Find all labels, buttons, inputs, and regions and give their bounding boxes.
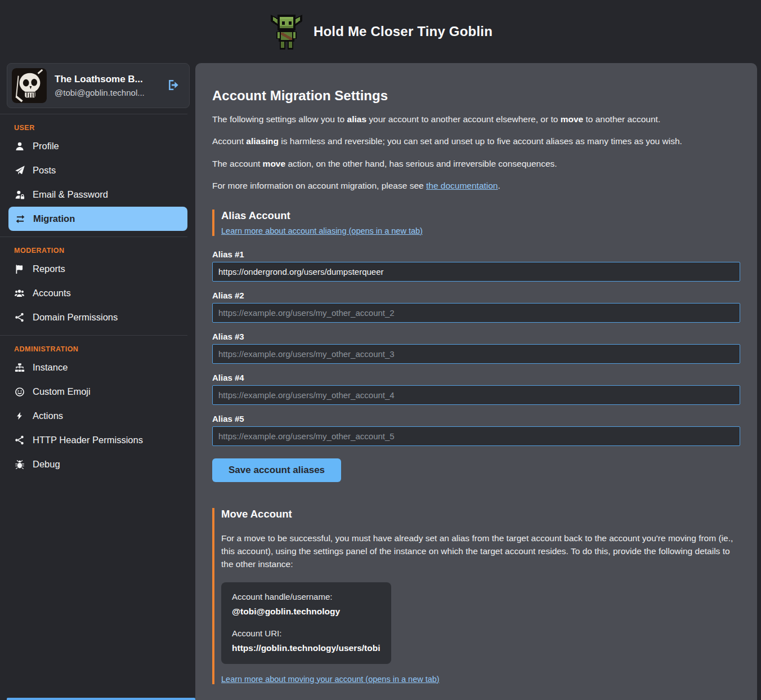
alias-section-title: Alias Account [221, 209, 740, 222]
move-account-section: Move Account For a move to be successful… [212, 508, 740, 684]
sidebar-item-label: Actions [33, 411, 63, 421]
sign-out-icon [167, 78, 180, 92]
sidebar-item-label: Migration [33, 213, 75, 224]
move-learn-more-link[interactable]: Learn more about moving your account (op… [221, 675, 440, 684]
avatar [12, 68, 47, 103]
account-handle-pair: Account handle/username: @tobi@goblin.te… [232, 592, 380, 617]
logout-button[interactable] [167, 78, 180, 93]
sidebar-item-label: Custom Emoji [33, 386, 91, 397]
paper-plane-icon [14, 166, 25, 176]
flag-icon [14, 264, 25, 274]
share-nodes-icon [14, 435, 25, 445]
sidebar-item-label: Debug [33, 459, 60, 470]
alias-1-label: Alias #1 [212, 249, 740, 259]
sidebar-divider [0, 114, 187, 114]
save-account-aliases-button[interactable]: Save account aliases [212, 458, 341, 482]
sidebar-item-label: Posts [33, 165, 56, 176]
documentation-link[interactable]: the documentation [426, 181, 498, 190]
user-lock-icon [14, 190, 25, 200]
intro-text: The following settings allow you to alia… [212, 113, 740, 193]
alias-form: Alias #1 Alias #2 Alias #3 Alias #4 Alia… [212, 249, 740, 482]
sitemap-icon [14, 363, 25, 373]
user-handle: @tobi@goblin.technol... [55, 88, 159, 97]
sidebar-section-moderation: MODERATION [14, 247, 195, 255]
account-handle-label: Account handle/username: [232, 592, 380, 601]
user-card[interactable]: The Loathsome B... @tobi@goblin.technol.… [7, 63, 190, 108]
move-section-title: Move Account [221, 508, 740, 520]
sidebar-item-reports[interactable]: Reports [0, 257, 195, 281]
content-columns: The Loathsome B... @tobi@goblin.technol.… [0, 63, 761, 700]
alias-section-header: Alias Account Learn more about account a… [212, 209, 740, 236]
account-uri-pair: Account URI: https://goblin.technology/u… [232, 628, 380, 653]
account-handle-value: @tobi@goblin.technology [232, 607, 380, 617]
intro-paragraph-4: For more information on account migratio… [212, 180, 740, 192]
intro-paragraph-3: The account move action, on the other ha… [212, 158, 740, 170]
sidebar-section-user: USER [14, 124, 195, 132]
smiley-icon [14, 387, 25, 397]
sidebar-item-migration[interactable]: Migration [8, 207, 187, 231]
sidebar-item-label: Reports [33, 264, 65, 274]
sidebar-item-posts[interactable]: Posts [0, 158, 195, 182]
sidebar-item-email-password[interactable]: Email & Password [0, 182, 195, 207]
alias-3-input[interactable] [212, 344, 740, 364]
bolt-icon [14, 411, 25, 421]
alias-2-label: Alias #2 [212, 291, 740, 300]
users-icon [14, 288, 25, 298]
sidebar-item-instance[interactable]: Instance [0, 355, 195, 380]
transfer-arrows-icon [15, 214, 25, 224]
intro-paragraph-2: Account aliasing is harmless and reversi… [212, 135, 740, 148]
sidebar-item-domain-permissions[interactable]: Domain Permissions [0, 305, 195, 329]
app-root: Hold Me Closer Tiny Goblin [0, 0, 761, 700]
alias-1-input[interactable] [212, 262, 740, 282]
sidebar: The Loathsome B... @tobi@goblin.technol.… [0, 63, 195, 700]
account-uri-label: Account URI: [232, 628, 380, 638]
account-uri-value: https://goblin.technology/users/tobi [232, 643, 380, 653]
intro-paragraph-1: The following settings allow you to alia… [212, 113, 740, 126]
sidebar-item-http-header-permissions[interactable]: HTTP Header Permissions [0, 428, 195, 452]
bug-icon [14, 460, 25, 470]
app-title: Hold Me Closer Tiny Goblin [314, 24, 493, 39]
sidebar-item-label: Instance [33, 362, 68, 373]
sidebar-item-debug[interactable]: Debug [0, 452, 195, 476]
user-display-name: The Loathsome B... [55, 74, 159, 85]
sidebar-item-label: Domain Permissions [33, 312, 118, 323]
user-icon [14, 141, 25, 151]
sidebar-item-profile[interactable]: Profile [0, 134, 195, 158]
alias-4-label: Alias #4 [212, 373, 740, 382]
account-details-box: Account handle/username: @tobi@goblin.te… [221, 582, 391, 664]
main-panel: Account Migration Settings The following… [195, 63, 757, 700]
app-header: Hold Me Closer Tiny Goblin [0, 0, 761, 63]
sidebar-item-label: HTTP Header Permissions [33, 435, 143, 445]
alias-2-input[interactable] [212, 303, 740, 323]
sidebar-item-accounts[interactable]: Accounts [0, 281, 195, 305]
sidebar-item-label: Profile [33, 141, 59, 151]
sidebar-item-label: Email & Password [33, 189, 108, 200]
sidebar-item-actions[interactable]: Actions [0, 404, 195, 428]
page-title: Account Migration Settings [212, 88, 740, 104]
alias-learn-more-link[interactable]: Learn more about account aliasing (opens… [221, 226, 423, 235]
sidebar-item-custom-emoji[interactable]: Custom Emoji [0, 380, 195, 404]
sidebar-item-label: Accounts [33, 288, 71, 298]
alias-5-label: Alias #5 [212, 414, 740, 423]
move-section-description: For a move to be successful, you must ha… [221, 532, 733, 571]
alias-3-label: Alias #3 [212, 332, 740, 341]
share-nodes-icon [14, 313, 25, 323]
sidebar-footer-strip [7, 698, 195, 700]
user-meta: The Loathsome B... @tobi@goblin.technol.… [55, 74, 159, 97]
goblin-logo [268, 12, 305, 51]
alias-5-input[interactable] [212, 426, 740, 446]
sidebar-section-administration: ADMINISTRATION [14, 345, 195, 353]
sidebar-divider [0, 335, 187, 336]
alias-4-input[interactable] [212, 385, 740, 405]
sidebar-divider [0, 237, 187, 237]
